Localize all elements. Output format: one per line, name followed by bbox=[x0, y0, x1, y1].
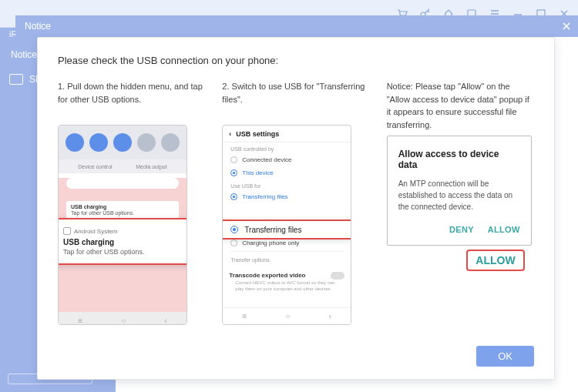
notice-close-button[interactable] bbox=[561, 21, 572, 32]
usb-settings-header: ‹ USB settings bbox=[223, 126, 351, 142]
device-control-label: Device control bbox=[78, 164, 112, 169]
allow-access-title: Allow access to device data bbox=[398, 149, 520, 170]
usb-settings-title: USB settings bbox=[236, 130, 279, 138]
android-system-label: Android System bbox=[63, 227, 182, 235]
usb-charging-title: USB charging bbox=[63, 238, 182, 246]
opt-this-device: This device bbox=[223, 166, 351, 179]
section-use-usb-for: Use USB for bbox=[223, 179, 351, 190]
phone-nav-bar: ≡○‹ bbox=[223, 307, 351, 324]
allow-button-mock: ALLOW bbox=[488, 225, 520, 234]
rotate-icon bbox=[137, 133, 156, 152]
transcode-toggle bbox=[331, 272, 344, 280]
deny-button-mock: DENY bbox=[449, 225, 474, 234]
dialog-heading: Please check the USB connection on your … bbox=[58, 55, 534, 66]
ok-button[interactable]: OK bbox=[476, 346, 534, 367]
transferring-files-label: Transferring files bbox=[244, 226, 301, 234]
notice-titlebar: Notice bbox=[15, 15, 578, 37]
opt-transferring-files: Transferring files bbox=[223, 190, 351, 203]
usb-instruction-dialog: Please check the USB connection on your … bbox=[37, 37, 555, 380]
airplane-icon bbox=[161, 133, 180, 152]
media-output-label: Media output bbox=[136, 164, 166, 169]
wifi-icon bbox=[66, 133, 84, 152]
radio-selected-icon bbox=[230, 226, 238, 233]
transcode-row: Transcode exported video Convert HEVC vi… bbox=[223, 267, 351, 297]
section-controlled-by: USB controlled by bbox=[223, 142, 351, 153]
allow-big-label: ALLOW bbox=[476, 254, 515, 266]
step-3: Notice: Please tap "Allow" on the "Allow… bbox=[387, 80, 534, 346]
allow-access-body: An MTP connection will be established to… bbox=[398, 178, 520, 213]
step-3-text: Notice: Please tap "Allow" on the "Allow… bbox=[387, 80, 534, 131]
usb-charging-chip: USB charging Tap for other USB options. bbox=[66, 201, 179, 219]
allow-highlight: ALLOW bbox=[466, 250, 524, 271]
notice-title: Notice bbox=[25, 21, 51, 32]
quick-apps-row: Device control Media output bbox=[59, 159, 187, 173]
chip-title: USB charging bbox=[71, 204, 174, 209]
step-2-phone-mock: ‹ USB settings USB controlled by Connect… bbox=[222, 125, 351, 325]
back-arrow-icon: ‹ bbox=[229, 130, 231, 138]
step-2: 2. Switch to use USB for "Transferring f… bbox=[222, 80, 369, 346]
transcode-desc: Convert HEVC videos to AVC format so the… bbox=[229, 280, 344, 293]
sms-icon bbox=[9, 74, 23, 85]
search-placeholder bbox=[66, 178, 179, 189]
step-1-text: 1. Pull down the hidden menu, and tap fo… bbox=[58, 80, 205, 120]
opt-connected-device: Connected device bbox=[223, 153, 351, 166]
step-2-text: 2. Switch to use USB for "Transferring f… bbox=[222, 80, 369, 120]
transferring-files-highlight: Transferring files bbox=[222, 219, 351, 240]
chip-sub: Tap for other USB options. bbox=[71, 210, 174, 216]
phone-nav-bar: ≡○‹ bbox=[59, 312, 187, 325]
section-transfer-options: Transfer options bbox=[223, 253, 351, 264]
usb-charging-sub: Tap for other USB options. bbox=[63, 248, 182, 256]
allow-access-card: Allow access to device data An MTP conne… bbox=[387, 136, 532, 246]
step-1: 1. Pull down the hidden menu, and tap fo… bbox=[58, 80, 205, 346]
transcode-title: Transcode exported video bbox=[229, 272, 344, 279]
step-1-phone-mock: Device control Media output USB charging… bbox=[58, 125, 187, 325]
bluetooth-icon bbox=[113, 133, 132, 152]
usb-charging-highlight: Android System USB charging Tap for othe… bbox=[58, 218, 187, 265]
quick-settings-row bbox=[59, 126, 187, 159]
sound-icon bbox=[89, 133, 108, 152]
